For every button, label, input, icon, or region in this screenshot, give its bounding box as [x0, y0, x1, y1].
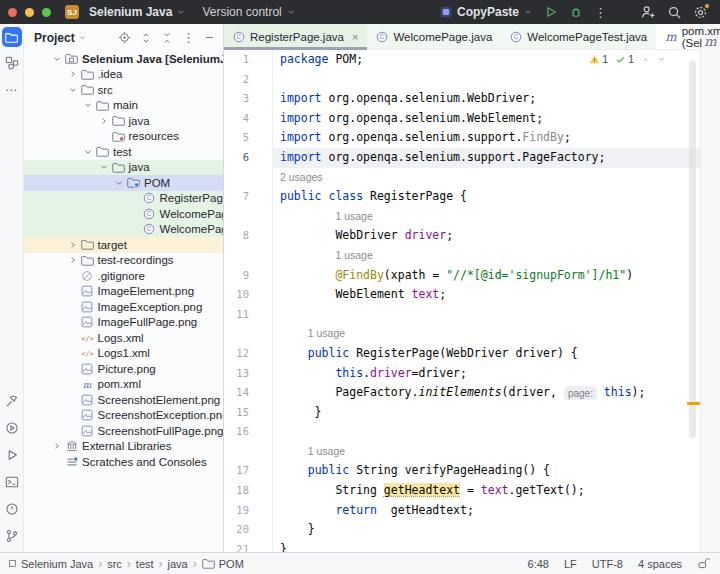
code-line[interactable]: 10 WebElement text; [224, 285, 700, 305]
problems-tool-button[interactable] [2, 498, 22, 520]
line-number[interactable]: 20 [224, 520, 272, 540]
settings-gear-icon[interactable] [693, 5, 708, 20]
line-number[interactable]: 8 [224, 226, 272, 246]
tree-item-java[interactable]: java [24, 113, 223, 129]
run-configuration-selector[interactable]: CopyPaste [439, 5, 533, 19]
code-line[interactable]: 14 PageFactory.initElements(driver, page… [224, 383, 700, 403]
chevron-expanded-icon[interactable] [97, 162, 111, 172]
line-number[interactable]: 3 [224, 89, 272, 109]
tree-item-logs1-xml[interactable]: </>Logs1.xml [24, 346, 223, 362]
warnings-indicator[interactable]: 1 [589, 53, 608, 65]
inlay-hint-row[interactable]: 2 usages [224, 168, 700, 188]
breadcrumb-src[interactable]: src [107, 558, 122, 570]
inlay-hint-row[interactable]: 1 usage [224, 324, 700, 344]
tab-welcomepagetest-java[interactable]: CWelcomePageTest.java [501, 24, 656, 49]
parameter-hint[interactable]: page: [564, 386, 597, 400]
tab-welcomepage-java[interactable]: CWelcomePage.java [367, 24, 501, 49]
close-button[interactable] [8, 8, 17, 17]
next-problem-icon[interactable] [657, 55, 666, 64]
chevron-collapsed-icon[interactable] [66, 240, 80, 250]
line-number[interactable]: 11 [224, 305, 272, 325]
more-h-tool-button[interactable]: ⋯ [2, 79, 22, 101]
code-line[interactable]: 17 public String verifyPageHeading() { [224, 461, 700, 481]
tree-item-src[interactable]: src [24, 82, 223, 98]
code-line[interactable]: 4import org.openqa.selenium.WebElement; [224, 109, 700, 129]
line-number[interactable]: 9 [224, 266, 272, 286]
indent-widget[interactable]: 4 spaces [638, 558, 682, 570]
line-number[interactable]: 17 [224, 461, 272, 481]
zoom-button[interactable] [42, 8, 51, 17]
line-number[interactable]: 10 [224, 285, 272, 305]
inspection-widget[interactable]: 1 1 [585, 52, 670, 66]
project-widget[interactable]: SJ Selenium Java [65, 5, 186, 19]
lock-icon[interactable] [697, 557, 710, 570]
code-line[interactable]: 20 } [224, 520, 700, 540]
tree-item-pom-xml[interactable]: mpom.xml [24, 377, 223, 393]
tab-pom-xml-sel[interactable]: mpom.xml (Sel [656, 24, 720, 49]
breadcrumb-selenium-java[interactable]: Selenium Java [8, 558, 93, 570]
code-line[interactable]: 12 public RegisterPage(WebDriver driver)… [224, 344, 700, 364]
typos-indicator[interactable]: 1 [615, 53, 634, 65]
tree-item-idea[interactable]: .idea [24, 67, 223, 83]
tree-item-test-recordings[interactable]: test-recordings [24, 253, 223, 269]
code-line[interactable]: 18 String getHeadtext = text.getText(); [224, 481, 700, 501]
tree-item-resources[interactable]: resources [24, 129, 223, 145]
minimize-button[interactable] [25, 8, 34, 17]
hide-panel-button[interactable] [204, 32, 215, 43]
chevron-collapsed-icon[interactable] [66, 255, 80, 265]
line-separator-widget[interactable]: LF [564, 558, 577, 570]
tree-item-gitignore[interactable]: .gitignore [24, 268, 223, 284]
tree-item-screenshotfullpage-png[interactable]: ScreenshotFullPage.png [24, 423, 223, 439]
vcs-widget[interactable]: Version control [202, 5, 295, 19]
code-line[interactable]: 21} [224, 540, 700, 552]
tree-item-selenium-java-seleniumjava[interactable]: Selenium Java [SeleniumJava]~/IdeaProj [24, 51, 223, 67]
terminal-tool-button[interactable] [2, 471, 22, 493]
line-number[interactable]: 18 [224, 481, 272, 501]
locate-file-icon[interactable] [118, 31, 131, 44]
chevron-collapsed-icon[interactable] [50, 441, 64, 451]
inlay-hint-row[interactable]: 1 usage [224, 207, 700, 227]
line-number[interactable]: 13 [224, 364, 272, 384]
run-tool-button[interactable] [2, 444, 22, 466]
line-number[interactable]: 15 [224, 403, 272, 423]
code-line[interactable]: 19 return getHeadtext; [224, 501, 700, 521]
tree-item-picture-png[interactable]: Picture.png [24, 361, 223, 377]
tree-item-main[interactable]: main [24, 98, 223, 114]
tree-item-imagefullpage-png[interactable]: ImageFullPage.png [24, 315, 223, 331]
code-line[interactable]: 11 [224, 305, 700, 325]
code-line[interactable]: 9 @FindBy(xpath = "//*[@id='signupForm']… [224, 266, 700, 286]
code-line[interactable]: 5import org.openqa.selenium.support.Find… [224, 128, 700, 148]
line-number[interactable]: 7 [224, 187, 272, 207]
tree-item-target[interactable]: target [24, 237, 223, 253]
tree-item-screenshotelement-png[interactable]: ScreenshotElement.png [24, 392, 223, 408]
tree-item-external-libraries[interactable]: External Libraries [24, 439, 223, 455]
tree-item-screenshotexception-png[interactable]: ScreenshotException.png [24, 408, 223, 424]
project-tool-button[interactable] [2, 27, 22, 47]
chevron-expanded-icon[interactable] [66, 85, 80, 95]
code-line[interactable]: 13 this.driver=driver; [224, 364, 700, 384]
tree-item-java[interactable]: java [24, 160, 223, 176]
code-line[interactable]: 3import org.openqa.selenium.WebDriver; [224, 89, 700, 109]
more-actions-button[interactable]: ⋮ [594, 6, 607, 19]
code-line[interactable]: 16 [224, 422, 700, 442]
tree-item-registerpage[interactable]: CRegisterPage [24, 191, 223, 207]
line-number[interactable]: 5 [224, 128, 272, 148]
tree-item-logs-xml[interactable]: </>Logs.xml [24, 330, 223, 346]
code-line[interactable]: 8 WebDriver driver; [224, 226, 700, 246]
code-editor[interactable]: 1package POM;23import org.openqa.seleniu… [224, 50, 700, 552]
line-number[interactable]: 2 [224, 70, 272, 90]
code-line[interactable]: 2 [224, 70, 700, 90]
line-number[interactable]: 14 [224, 383, 272, 403]
editor-scrollbar[interactable] [689, 60, 696, 438]
search-everywhere-icon[interactable] [667, 5, 682, 20]
breadcrumb-test[interactable]: test [136, 558, 154, 570]
chevron-collapsed-icon[interactable] [66, 69, 80, 79]
panel-options-button[interactable]: ⋮ [182, 31, 195, 44]
code-line[interactable]: 15 } [224, 403, 700, 423]
warning-stripe-mark[interactable] [687, 402, 700, 405]
chevron-expanded-icon[interactable] [81, 147, 95, 157]
tree-item-welcomepagetest[interactable]: CWelcomePageTest [24, 222, 223, 238]
caret-position-widget[interactable]: 6:48 [528, 558, 549, 570]
structure-tool-button[interactable] [2, 52, 22, 74]
tree-item-imageelement-png[interactable]: ImageElement.png [24, 284, 223, 300]
